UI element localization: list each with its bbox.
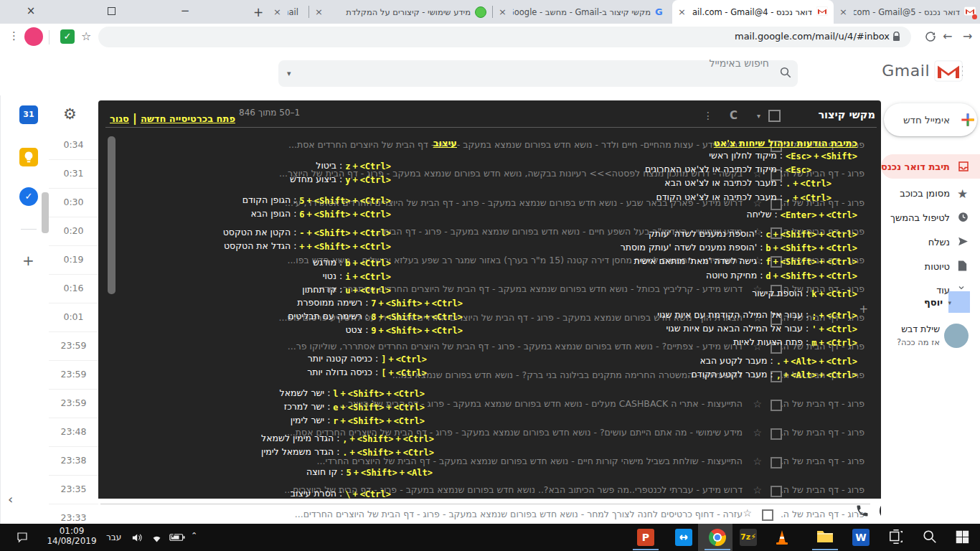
compose-button[interactable]: אימייל חדש xyxy=(884,103,977,136)
key-token: <Ctrl> xyxy=(396,367,427,380)
sidebar-item-inbox[interactable]: תיבת דואר נכנס xyxy=(881,154,980,179)
key-sequence: <Ctrl>+, xyxy=(786,192,831,204)
tab-close-icon[interactable]: × xyxy=(499,6,509,17)
clock-icon xyxy=(957,211,970,224)
reload-icon[interactable] xyxy=(924,30,937,43)
chat-contact-avatar[interactable] xyxy=(944,324,969,348)
start-button-icon[interactable] xyxy=(954,529,971,546)
chrome-icon[interactable] xyxy=(709,529,726,546)
chat-user-name[interactable]: יוסף xyxy=(924,297,943,308)
sidebar-item-star[interactable]: ★מסומן בכוכב xyxy=(881,181,980,205)
star-icon[interactable]: ☆ xyxy=(743,507,752,519)
file-explorer-icon[interactable] xyxy=(816,529,834,546)
key-token: <Alt> xyxy=(791,369,816,382)
shortcut-keys: <Ctrl>+b xyxy=(345,256,391,270)
key-sequence: <Ctrl>+<Shift>++ xyxy=(299,241,391,253)
shortcut-group: הוספת נמענים לשדה 'עותק':<Ctrl>+<Shift>+… xyxy=(621,227,857,283)
sidebar-item-clock[interactable]: לטיפול בהמשך xyxy=(881,205,980,230)
window-minimize-button[interactable]: − xyxy=(171,0,199,22)
vlc-icon[interactable] xyxy=(773,529,791,546)
browser-tab[interactable]: ×Gmail xyxy=(268,0,308,24)
clock[interactable]: 01:09 14/08/2019 xyxy=(43,526,100,546)
browser-tab[interactable]: ×דואר נכנס - 4@gmail.com - Gmail xyxy=(672,0,834,24)
shortcut-keys: <Ctrl>+<Shift>+6 xyxy=(299,207,391,221)
7zip-icon[interactable]: 7z⚡ xyxy=(740,529,757,546)
tab-close-icon[interactable]: × xyxy=(315,6,325,17)
browser-profile-avatar[interactable] xyxy=(24,27,43,46)
teamviewer-icon[interactable] xyxy=(675,529,692,546)
email-subject[interactable]: עזרה - דחוף כרטיסים לחנה לצורך למחר - נו… xyxy=(120,509,743,519)
email-checkbox[interactable] xyxy=(762,509,773,521)
tab-close-icon[interactable]: × xyxy=(678,6,688,17)
shortcut-colon: : xyxy=(362,310,371,324)
browser-tab[interactable]: ×מידע שימושי - קיצורים על המקלדת xyxy=(309,0,492,24)
sidebar-item-send[interactable]: נשלח xyxy=(881,230,980,254)
shortcut-description: נטוי xyxy=(302,270,336,283)
shortcut-keys: <Ctrl>+<Shift>+- xyxy=(299,226,391,240)
browser-tab[interactable]: ×דואר נכנס - 5@gmail.com - Gmail xyxy=(834,0,980,24)
task-view-icon[interactable] xyxy=(888,529,905,546)
extension-icon[interactable]: ✓ xyxy=(60,29,75,44)
new-tab-button[interactable]: + xyxy=(250,4,267,21)
url-text[interactable]: mail.google.com/mail/u/4/#inbox xyxy=(735,31,890,42)
shortcut-description: מיקוד לחלון ראשי xyxy=(645,149,777,163)
keep-icon[interactable] xyxy=(19,148,38,166)
key-token: <Alt> xyxy=(407,467,433,479)
dimmed-sender: פרוג - דף הבית של ה. xyxy=(781,427,864,438)
browser-toolbar: ⋮ ✓ ☆ mail.google.com/mail/u/4/#inbox ← … xyxy=(0,24,980,50)
shortcut-group: הסרת עיצוב:<Ctrl>+\ xyxy=(291,487,391,499)
calendar-icon[interactable]: 31 xyxy=(19,105,38,124)
window-close-button[interactable]: × xyxy=(17,0,45,22)
overlay-divider xyxy=(105,127,877,128)
chat-contact-name[interactable]: שילת דבש xyxy=(901,324,940,334)
word-icon[interactable]: W xyxy=(852,529,870,546)
search-icon[interactable] xyxy=(779,66,792,79)
window-restore-button[interactable] xyxy=(97,0,126,22)
back-icon[interactable]: ← xyxy=(943,29,952,43)
get-addons-icon[interactable]: + xyxy=(22,252,34,269)
shortcut-group: מודגש:<Ctrl>+bנטוי:<Ctrl>+iקו תחתון:<Ctr… xyxy=(302,256,391,298)
volume-icon[interactable] xyxy=(131,532,143,544)
shortcut-keys: <Ctrl>+<Shift>+b xyxy=(765,241,857,255)
bookmark-star-icon[interactable]: ☆ xyxy=(81,29,91,43)
notifications-icon[interactable] xyxy=(16,531,29,544)
shortcut-colon: : xyxy=(324,414,333,428)
key-token: <Shift> xyxy=(348,388,385,400)
pagination-text: 1–50 מתוך 846 xyxy=(239,108,300,118)
open-in-new-tab-link[interactable]: פתח בכרטיסייה חדשה xyxy=(141,113,235,124)
battery-icon[interactable] xyxy=(169,532,185,542)
tasks-icon[interactable]: ✓ xyxy=(19,187,38,206)
key-sequence: <Shift>+<Esc> xyxy=(786,151,857,163)
key-token: <Ctrl> xyxy=(826,356,857,368)
key-plus: + xyxy=(352,467,361,479)
key-plus: + xyxy=(350,241,359,253)
key-token: <Shift> xyxy=(348,402,385,414)
email-sender[interactable]: פרוג - דף הבית של ה. xyxy=(781,509,864,519)
sidebar-item-draft[interactable]: טיוטות xyxy=(881,254,980,278)
wifi-icon[interactable] xyxy=(151,532,163,545)
tray-expand-chevron-icon[interactable]: ⌃ xyxy=(191,531,197,540)
tab-close-icon[interactable]: × xyxy=(273,6,283,17)
browser-tab[interactable]: ×מקשי קיצור ב-Gmail - מחשב - GoogleG xyxy=(493,0,672,24)
browser-menu-icon[interactable]: ⋮ xyxy=(9,29,19,42)
overlay-links: פתח בכרטיסייה חדשה | סגור xyxy=(110,111,235,125)
powerpoint-icon[interactable]: P xyxy=(637,529,654,546)
phone-icon[interactable] xyxy=(855,504,870,518)
shortcut-description: שליחה xyxy=(747,208,772,222)
shortcut-description: הוספת נמענים לשדה 'עותק' xyxy=(621,227,757,241)
tab-close-icon[interactable]: × xyxy=(839,6,849,17)
language-indicator[interactable]: עבר xyxy=(106,532,121,542)
search-icon[interactable] xyxy=(922,529,939,546)
overlay-scrollbar[interactable] xyxy=(108,136,116,294)
forward-icon[interactable]: → xyxy=(963,29,972,43)
shortcut-description: מחיקת טיוטה xyxy=(621,269,757,283)
close-overlay-link[interactable]: סגור xyxy=(110,113,129,124)
shortcut-keys: <Ctrl>+m xyxy=(811,336,857,349)
chat-user-chevron-icon[interactable]: ▾ xyxy=(948,299,951,306)
key-token: <Ctrl> xyxy=(826,242,857,255)
list-scrollbar[interactable] xyxy=(42,192,49,233)
chat-user-avatar[interactable] xyxy=(948,291,970,313)
collapse-panel-icon[interactable]: ‹ xyxy=(8,491,13,507)
search-options-chevron-icon[interactable]: ▾ xyxy=(287,69,291,78)
shortcut-keys: <Ctrl>+<Shift>+9 xyxy=(371,324,463,337)
